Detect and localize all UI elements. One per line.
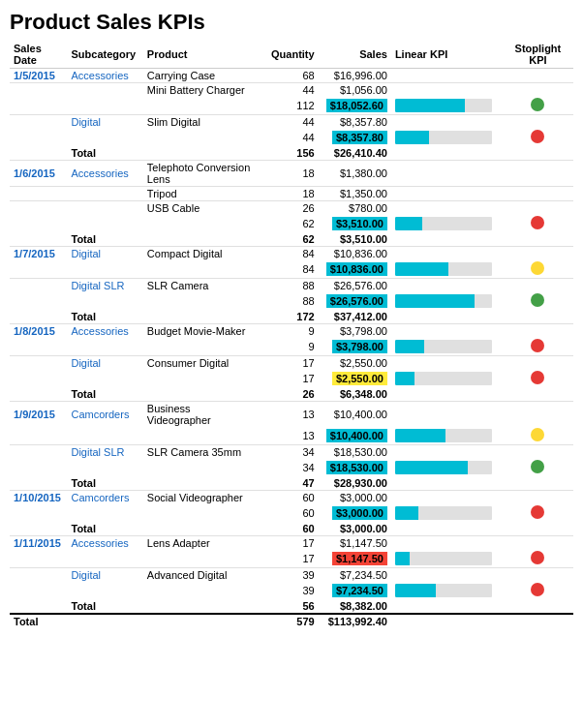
total-label: Total [67, 310, 142, 324]
subcategory-cell: Camcorders [67, 491, 142, 505]
subcategory-cell [67, 459, 142, 476]
stop-cell [503, 324, 573, 339]
total-row: Total60$3,000.00 [10, 522, 573, 536]
total-label: Total [67, 387, 142, 402]
qty-cell: 84 [260, 260, 319, 279]
date-cell [10, 292, 67, 310]
date-cell [10, 599, 67, 614]
product-cell [143, 370, 260, 387]
linear-cell [391, 445, 503, 460]
date-cell: 1/5/2015 [10, 69, 67, 83]
table-row: 1/9/2015CamcordersBusiness Videographer1… [10, 402, 573, 428]
qty-cell: 172 [260, 310, 319, 324]
stop-cell [503, 310, 573, 324]
date-cell [10, 459, 67, 476]
subtotal-row: 13$10,400.00 [10, 427, 573, 445]
qty-cell: 17 [260, 536, 319, 551]
page-title: Product Sales KPIs [10, 10, 573, 35]
qty-cell: 13 [260, 427, 319, 445]
product-cell: Compact Digital [143, 247, 260, 261]
sales-cell: $26,410.40 [319, 146, 391, 161]
qty-cell: 18 [260, 161, 319, 187]
highlight-sales: $2,550.00 [332, 372, 387, 385]
subcategory-cell [67, 370, 142, 387]
linear-cell [391, 459, 503, 476]
highlight-sales: $18,530.00 [326, 461, 387, 474]
stop-cell [503, 115, 573, 130]
stop-cell [503, 232, 573, 247]
subcategory-cell [67, 187, 142, 201]
linear-cell [391, 279, 503, 293]
sales-cell: $18,530.00 [319, 459, 391, 476]
linear-kpi-bar [395, 217, 492, 230]
linear-cell [391, 536, 503, 551]
header-linear: Linear KPI [391, 41, 503, 69]
linear-kpi-bar [395, 99, 492, 112]
qty-cell: 47 [260, 476, 319, 491]
total-label: Total [67, 476, 142, 491]
qty-cell: 44 [260, 129, 319, 146]
subtotal-row: 39$7,234.50 [10, 582, 573, 599]
table-row: Tripod18$1,350.00 [10, 187, 573, 201]
table-row: Digital SLRSLR Camera88$26,576.00 [10, 279, 573, 293]
subcategory-cell [67, 582, 142, 599]
sales-cell: $3,798.00 [319, 338, 391, 356]
linear-cell [391, 129, 503, 146]
product-cell [143, 427, 260, 445]
subcategory-cell [67, 292, 142, 310]
stop-cell [503, 83, 573, 98]
linear-kpi-bar [395, 372, 492, 385]
linear-cell [391, 161, 503, 187]
stop-cell [503, 459, 573, 476]
stop-cell [503, 599, 573, 614]
qty-cell: 56 [260, 599, 319, 614]
stop-cell [503, 522, 573, 536]
highlight-sales: $10,836.00 [326, 262, 387, 276]
sales-cell: $10,400.00 [319, 427, 391, 445]
linear-cell [391, 504, 503, 522]
table-row: 1/5/2015AccessoriesCarrying Case68$16,99… [10, 69, 573, 83]
product-cell [143, 310, 260, 324]
highlight-sales: $10,400.00 [326, 429, 387, 442]
date-cell [10, 387, 67, 402]
date-cell: 1/10/2015 [10, 491, 67, 505]
header-sales: Sales [319, 41, 391, 69]
stop-cell [503, 69, 573, 83]
qty-cell: 18 [260, 187, 319, 201]
stop-cell [503, 187, 573, 201]
product-cell [143, 260, 260, 279]
table-row: Digital SLRSLR Camera 35mm34$18,530.00 [10, 445, 573, 460]
product-cell [143, 476, 260, 491]
stoplight-circle-red [531, 130, 544, 143]
date-cell [10, 338, 67, 356]
date-cell [10, 522, 67, 536]
date-cell [67, 614, 142, 628]
sales-cell: $8,357.80 [319, 115, 391, 130]
subcategory-cell [67, 129, 142, 146]
sales-cell: $2,550.00 [319, 370, 391, 387]
header-product: Product [143, 41, 260, 69]
sales-cell: $7,234.50 [319, 582, 391, 599]
total-label: Total [67, 146, 142, 161]
linear-cell [391, 83, 503, 98]
date-cell: 1/11/2015 [10, 536, 67, 551]
linear-cell [391, 247, 503, 261]
sales-cell: $2,550.00 [319, 356, 391, 371]
linear-cell [391, 115, 503, 130]
stop-cell [503, 161, 573, 187]
date-cell [10, 97, 67, 115]
subcategory-cell: Digital [67, 247, 142, 261]
total-row: Total26$6,348.00 [10, 387, 573, 402]
linear-cell [391, 614, 503, 628]
linear-cell [391, 387, 503, 402]
total-label: Total [67, 232, 142, 247]
sales-cell: $1,056.00 [319, 83, 391, 98]
stop-cell [503, 445, 573, 460]
qty-cell: 84 [260, 247, 319, 261]
table-row: Mini Battery Charger44$1,056.00 [10, 83, 573, 98]
stoplight-circle-red [531, 371, 544, 384]
subcategory-cell: Accessories [67, 536, 142, 551]
product-cell [143, 459, 260, 476]
stop-cell [503, 402, 573, 428]
qty-cell: 17 [260, 550, 319, 568]
